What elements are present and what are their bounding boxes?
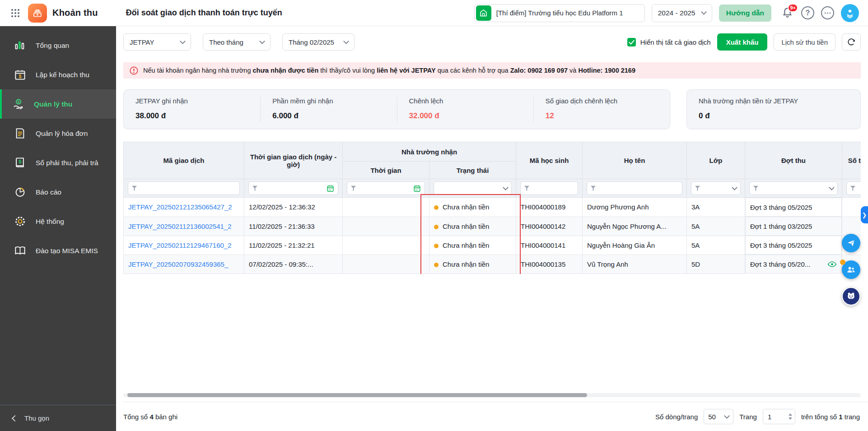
rows-per-page-select[interactable]: 50: [704, 409, 733, 424]
summary-label: Phần mềm ghi nhận: [272, 97, 385, 105]
transaction-id-link[interactable]: JETPAY_202502121235065427_2: [128, 203, 232, 211]
chevron-left-icon: [12, 415, 18, 421]
topbar: Khoản thu Đối soát giao dịch thanh toán …: [0, 0, 868, 26]
col-header-class[interactable]: Lớp: [687, 142, 745, 179]
filter-student-id[interactable]: [520, 181, 578, 195]
step-down-icon[interactable]: [789, 417, 792, 420]
receive-time-cell: [343, 217, 429, 236]
app-name: Khoản thu: [52, 8, 98, 18]
col-header-amount[interactable]: Số ti: [842, 142, 861, 179]
col-header-student-id[interactable]: Mã học sinh: [516, 142, 583, 179]
overview-icon: [14, 39, 26, 51]
notifications-button[interactable]: 9+: [780, 6, 794, 20]
app-grid-icon[interactable]: [9, 7, 22, 19]
help-button[interactable]: ?: [801, 6, 814, 19]
summary-value: 6.000 đ: [272, 111, 385, 120]
receive-time-cell: [343, 255, 429, 273]
history-button[interactable]: Lịch sử thu tiền: [774, 33, 835, 51]
sidebar-item-training[interactable]: Đào tạo MISA EMIS: [0, 236, 116, 265]
calendar-icon[interactable]: [413, 185, 421, 192]
chevron-down-icon: [829, 185, 835, 190]
table-row: JETPAY_202502121235065427_212/02/2025 - …: [124, 198, 861, 217]
expand-panel-tab[interactable]: ❯: [861, 206, 868, 223]
school-name: [Thí điểm] Trường tiểu học Edu Platform …: [496, 9, 623, 17]
summary-value: 0 đ: [699, 111, 849, 120]
collapse-sidebar-button[interactable]: Thu gọn: [0, 405, 116, 431]
transaction-time-cell: 11/02/2025 - 21:36:33: [244, 217, 343, 236]
sidebar-item-plan[interactable]: $ Lập kế hoạch thu: [0, 60, 116, 89]
user-avatar[interactable]: [841, 4, 859, 22]
filter-class[interactable]: [691, 181, 741, 195]
transaction-id-link[interactable]: JETPAY_202502112136002541_2: [128, 222, 232, 230]
page-stepper[interactable]: [786, 409, 795, 424]
school-house-icon: [476, 5, 491, 21]
col-header-receive-status[interactable]: Trạng thái: [429, 162, 516, 179]
view-detail-icon[interactable]: [827, 260, 837, 269]
total-pages: trên tổng số 1 trang: [801, 413, 860, 421]
sidebar-item-label: Quản lý thu: [34, 100, 72, 108]
sidebar-item-system[interactable]: Hệ thống: [0, 207, 116, 236]
filter-receive-time[interactable]: [347, 181, 425, 195]
sidebar-item-overview[interactable]: Tổng quan: [0, 31, 116, 60]
provider-dropdown[interactable]: JETPAY: [123, 33, 191, 51]
page-number-input[interactable]: 1: [763, 409, 795, 424]
ava-assistant-button[interactable]: [842, 287, 860, 306]
sidebar-item-label: Quản lý hóa đơn: [36, 130, 88, 138]
panda-icon: [845, 291, 857, 302]
filter-amount[interactable]: [846, 181, 861, 195]
col-header-transaction-time[interactable]: Thời gian giao dịch (ngày - giờ): [244, 142, 343, 179]
warning-text: Nếu tài khoản ngân hàng nhà trường chưa …: [143, 67, 635, 74]
transaction-id-link[interactable]: JETPAY_202502112129467160_2: [128, 241, 232, 249]
training-icon: [14, 245, 26, 257]
sidebar-item-invoice[interactable]: Quản lý hóa đơn: [0, 119, 116, 148]
class-cell: 5A: [687, 236, 745, 255]
summary-label: Số giao dịch chênh lệch: [546, 97, 658, 105]
transaction-id-cell: JETPAY_202502070932459365_: [124, 255, 244, 273]
show-all-checkbox[interactable]: [627, 38, 636, 46]
col-header-batch[interactable]: Đợt thu: [745, 142, 842, 179]
support-chat-button[interactable]: [842, 234, 860, 252]
filter-transaction-time[interactable]: [248, 181, 338, 195]
horizontal-scrollbar[interactable]: [127, 393, 587, 397]
system-icon: [14, 215, 26, 227]
step-up-icon[interactable]: [789, 413, 792, 416]
school-year-dropdown[interactable]: 2024 - 2025: [652, 4, 712, 22]
summary-section: JETPAY ghi nhận 38.000 đ: [124, 97, 260, 122]
ledger-icon: $: [14, 157, 26, 169]
school-selector[interactable]: [Thí điểm] Trường tiểu học Edu Platform …: [474, 4, 645, 22]
col-header-student-name[interactable]: Họ tên: [583, 142, 687, 179]
community-button[interactable]: [842, 260, 860, 279]
student-id-cell: THI004000135: [516, 255, 583, 273]
filter-receive-status[interactable]: [434, 181, 512, 195]
rows-per-page-label: Số dòng/trang: [655, 413, 698, 421]
guide-button[interactable]: Hướng dẫn: [719, 5, 771, 22]
more-button[interactable]: ⋯: [821, 6, 834, 19]
col-header-transaction-id[interactable]: Mã giao dịch: [124, 142, 244, 179]
export-button[interactable]: Xuất khẩu: [717, 33, 768, 51]
period-type-value: Theo tháng: [209, 38, 243, 46]
calendar-icon[interactable]: [327, 185, 334, 192]
period-value-dropdown[interactable]: Tháng 02/2025: [282, 33, 355, 51]
transaction-id-link[interactable]: JETPAY_202502070932459365_: [128, 260, 228, 268]
receive-status-cell: Chưa nhận tiền: [429, 236, 516, 255]
filter-batch[interactable]: [749, 181, 838, 195]
chevron-down-icon: [343, 38, 349, 44]
refresh-button[interactable]: [842, 33, 861, 51]
filter-transaction-id[interactable]: [128, 181, 240, 195]
funnel-icon: [524, 185, 529, 191]
class-cell: 5D: [687, 255, 745, 273]
svg-text:$: $: [17, 100, 19, 104]
period-type-dropdown[interactable]: Theo tháng: [203, 33, 271, 51]
col-header-receive-time[interactable]: Thời gian: [343, 162, 429, 179]
filter-bar: JETPAY Theo tháng Tháng 02/2025 Hiển thị…: [123, 33, 861, 51]
chevron-down-icon: [732, 185, 737, 190]
reconciliation-summary-card: JETPAY ghi nhận 38.000 đ Phần mềm ghi nh…: [123, 89, 670, 129]
filter-student-name[interactable]: [587, 181, 682, 195]
status-dot-icon: [434, 205, 439, 210]
sidebar-item-ledger[interactable]: $ Sổ phải thu, phải trả: [0, 148, 116, 177]
sidebar-item-revenue[interactable]: $ Quản lý thu: [0, 89, 116, 119]
collapse-label: Thu gọn: [24, 414, 49, 422]
receive-status-cell: Chưa nhận tiền: [429, 198, 516, 217]
sidebar-item-report[interactable]: Báo cáo: [0, 177, 116, 207]
sidebar-item-label: Hệ thống: [36, 218, 64, 226]
